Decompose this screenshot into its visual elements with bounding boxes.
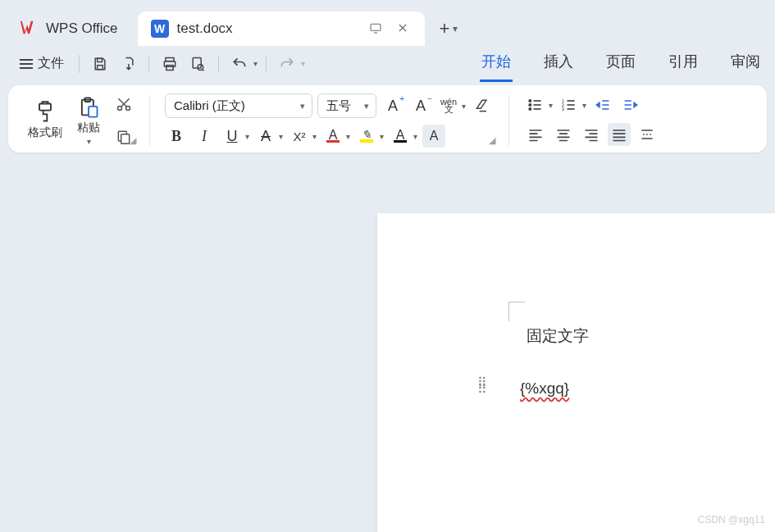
font-size-value: 五号 [326, 98, 351, 114]
close-tab-icon[interactable] [394, 20, 412, 38]
increase-indent-button[interactable] [619, 93, 642, 116]
plus-icon: + [440, 18, 450, 39]
chevron-down-icon[interactable]: ▾ [279, 132, 283, 141]
bold-button[interactable]: B [165, 125, 188, 148]
align-justify-button[interactable] [608, 123, 631, 146]
title-bar: WPS Office W test.docx + ▾ [0, 0, 775, 46]
divider [218, 55, 219, 73]
chevron-down-icon[interactable]: ▾ [245, 132, 249, 141]
decrease-font-button[interactable]: A− [409, 94, 432, 117]
svg-point-7 [198, 64, 203, 70]
export-button[interactable] [116, 56, 140, 72]
drag-handle-icon[interactable]: ⠿⠿ [477, 380, 489, 393]
character-shading-button[interactable]: A [422, 125, 445, 148]
hamburger-icon [20, 57, 33, 71]
print-button[interactable] [157, 56, 182, 72]
document-area[interactable]: 固定文字 ⠿⠿ {%xgq} [0, 184, 775, 532]
chevron-down-icon[interactable]: ▾ [312, 132, 317, 141]
svg-rect-15 [121, 134, 130, 144]
font-name-select[interactable]: Calibri (正文) ▾ [165, 93, 312, 118]
doc-icon: W [151, 20, 169, 38]
watermark: CSDN @xgq11 [698, 514, 765, 525]
chevron-down-icon: ▾ [300, 101, 305, 111]
shading-font-color-button[interactable]: A ▾ [389, 125, 417, 148]
chevron-down-icon[interactable]: ▾ [346, 132, 350, 141]
chevron-down-icon[interactable]: ▾ [549, 101, 553, 110]
dialog-launcher-icon[interactable]: ◢ [130, 135, 136, 146]
group-font: Calibri (正文) ▾ 五号 ▾ A+ A− wén文 ▾ [160, 93, 499, 148]
svg-rect-11 [89, 106, 98, 116]
tab-reference[interactable]: 引用 [667, 45, 700, 82]
svg-rect-5 [166, 65, 173, 70]
paste-button[interactable]: 粘贴 ▾ [72, 94, 105, 148]
svg-rect-1 [98, 58, 103, 61]
dialog-launcher-icon[interactable]: ◢ [489, 135, 495, 146]
bullet-list-button[interactable]: ▾ [524, 93, 553, 116]
highlight-button[interactable]: ✎ ▾ [355, 125, 384, 148]
svg-rect-2 [98, 65, 103, 69]
chevron-down-icon[interactable]: ▾ [453, 23, 458, 34]
group-clipboard: 格式刷 粘贴 ▾ ◢ [18, 93, 139, 148]
divider [148, 55, 149, 73]
file-menu[interactable]: 文件 [13, 52, 71, 75]
present-mode-icon[interactable] [366, 20, 385, 39]
align-center-button[interactable] [552, 123, 575, 146]
increase-font-button[interactable]: A+ [381, 94, 404, 117]
chevron-down-icon[interactable]: ▾ [582, 101, 586, 110]
wps-logo-icon [20, 18, 38, 40]
print-preview-button[interactable] [185, 56, 210, 72]
tab-insert[interactable]: 插入 [542, 45, 575, 82]
separator [149, 95, 150, 146]
group-paragraph: ▾ 123 ▾ [519, 93, 663, 148]
save-button[interactable] [88, 56, 112, 72]
svg-text:3: 3 [562, 107, 564, 111]
tab-review[interactable]: 审阅 [729, 45, 762, 82]
chevron-down-icon[interactable]: ▾ [462, 102, 466, 111]
chevron-down-icon[interactable]: ▾ [413, 132, 417, 141]
separator [508, 95, 509, 146]
chevron-down-icon[interactable]: ▾ [87, 137, 91, 146]
numbered-list-button[interactable]: 123 ▾ [558, 93, 586, 116]
format-painter-button[interactable]: 格式刷 [23, 99, 67, 142]
text-line-2[interactable]: {%xgq} [520, 380, 569, 398]
align-left-button[interactable] [524, 123, 547, 146]
font-name-value: Calibri (正文) [174, 98, 245, 114]
align-right-button[interactable] [580, 123, 603, 146]
svg-point-16 [529, 100, 531, 102]
app-tab-wps[interactable]: WPS Office [7, 11, 131, 46]
italic-button[interactable]: I [193, 125, 216, 148]
chevron-down-icon: ▾ [364, 101, 369, 111]
clear-formatting-button[interactable] [471, 94, 494, 117]
superscript-button[interactable]: X² ▾ [288, 125, 317, 148]
page[interactable]: 固定文字 ⠿⠿ {%xgq} [377, 213, 775, 532]
tab-home[interactable]: 开始 [480, 45, 513, 82]
strikethrough-button[interactable]: A ▾ [254, 125, 283, 148]
svg-point-18 [529, 108, 531, 111]
app-name: WPS Office [46, 20, 118, 37]
file-menu-label: 文件 [38, 55, 64, 72]
tab-page[interactable]: 页面 [604, 45, 637, 82]
font-size-select[interactable]: 五号 ▾ [317, 93, 376, 118]
phonetic-guide-button[interactable]: wén文 ▾ [437, 94, 466, 117]
ribbon: 格式刷 粘贴 ▾ ◢ [8, 85, 767, 152]
redo-button[interactable]: ▾ [275, 56, 305, 72]
font-color-button[interactable]: A ▾ [321, 125, 350, 148]
format-painter-label: 格式刷 [28, 125, 62, 140]
ribbon-tabs: 开始 插入 页面 引用 审阅 [480, 45, 762, 82]
svg-rect-0 [371, 24, 381, 30]
undo-button[interactable]: ▾ [227, 56, 258, 72]
document-tab[interactable]: W test.docx [138, 11, 425, 46]
new-tab-button[interactable]: + ▾ [431, 11, 467, 46]
svg-point-17 [529, 104, 531, 107]
document-tab-label: test.docx [177, 20, 233, 37]
distribute-button[interactable] [636, 123, 659, 146]
decrease-indent-button[interactable] [591, 93, 614, 116]
text-line-1[interactable]: 固定文字 [527, 325, 589, 347]
cut-button[interactable] [113, 93, 134, 115]
chevron-down-icon[interactable]: ▾ [380, 132, 384, 141]
underline-button[interactable]: U ▾ [221, 125, 249, 148]
paste-label: 粘贴 [77, 120, 100, 135]
chevron-down-icon[interactable]: ▾ [253, 59, 258, 68]
chevron-down-icon[interactable]: ▾ [301, 59, 305, 68]
menubar: 文件 ▾ ▾ 开始 插入 页面 引用 审阅 [0, 46, 775, 82]
